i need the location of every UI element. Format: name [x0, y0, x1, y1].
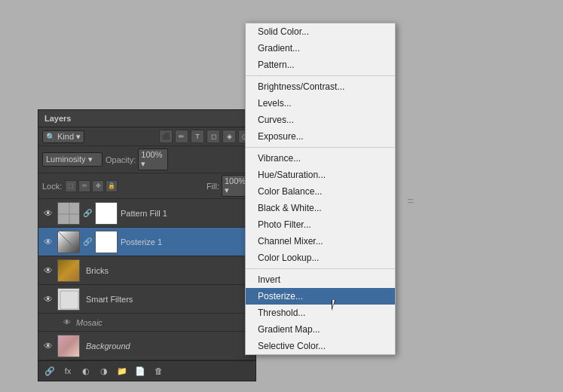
- link-layers-icon[interactable]: 🔗: [42, 363, 57, 378]
- shape-icon[interactable]: ◻: [207, 130, 220, 143]
- panel-toolbar: 🔍 Kind ▾ ⬛ ✏ T ◻ ◈ ◑: [38, 127, 255, 146]
- kind-label: Kind: [57, 132, 74, 141]
- visibility-icon[interactable]: 👁: [42, 207, 54, 219]
- brush-icon[interactable]: ✏: [175, 130, 188, 143]
- menu-item-posterize[interactable]: Posterize...: [246, 288, 395, 305]
- svg-rect-5: [58, 289, 80, 311]
- new-group-icon[interactable]: 📁: [115, 363, 130, 378]
- lock-transparent-icon[interactable]: ⬚: [65, 180, 77, 192]
- menu-item-color-lookup[interactable]: Color Lookup...: [246, 250, 395, 266]
- menu-item-invert[interactable]: Invert: [246, 271, 395, 288]
- kind-arrow: ▾: [76, 132, 81, 142]
- menu-item-levels[interactable]: Levels...: [246, 95, 395, 112]
- menu-item-vibrance[interactable]: Vibrance...: [246, 150, 395, 167]
- menu-item-gradient-map[interactable]: Gradient Map...: [246, 321, 395, 338]
- blend-mode-value: Luminosity: [46, 155, 86, 164]
- layer-thumbnail: [57, 259, 80, 282]
- blend-row: Luminosity ▾ Opacity: 100% ▾: [38, 146, 255, 173]
- fill-label: Fill:: [207, 182, 219, 191]
- menu-item-black-white[interactable]: Black & White...: [246, 200, 395, 216]
- lock-icons: ⬚ ✏ ✥ 🔒: [65, 180, 118, 192]
- panel-footer: 🔗 fx ◐ ◑ 📁 📄 🗑: [38, 360, 255, 381]
- layer-row[interactable]: 👁 Smart Filters: [38, 285, 255, 314]
- menu-separator-1: [246, 75, 395, 76]
- fill-arrow: ▾: [225, 185, 229, 194]
- layer-row[interactable]: 👁 🔗 Pattern Fill 1: [38, 199, 255, 228]
- layer-name: Bricks: [83, 266, 252, 275]
- layer-name: Background: [83, 341, 252, 351]
- lock-pixels-icon[interactable]: ✏: [78, 180, 90, 192]
- layer-row-selected[interactable]: 👁 🔗 Posterize 1: [38, 228, 255, 256]
- lock-all-icon[interactable]: 🔒: [106, 180, 118, 192]
- visibility-icon[interactable]: 👁: [42, 340, 54, 352]
- menu-item-brightness[interactable]: Brightness/Contrast...: [246, 78, 395, 95]
- layer-link-icon: 🔗: [83, 231, 92, 253]
- toolbar-icons: ⬛ ✏ T ◻ ◈ ◑: [159, 130, 252, 143]
- layer-row[interactable]: 👁 Background: [38, 332, 255, 360]
- panel-header: Layers: [38, 110, 255, 127]
- add-mask-icon[interactable]: ◐: [78, 363, 93, 378]
- opacity-label: Opacity:: [106, 155, 136, 164]
- blend-mode-dropdown[interactable]: Luminosity ▾: [42, 152, 103, 167]
- layer-name: Smart Filters: [83, 295, 252, 304]
- sub-layer-name: Mosaic: [76, 318, 103, 327]
- menu-item-gradient[interactable]: Gradient...: [246, 40, 395, 57]
- svg-line-4: [58, 231, 80, 253]
- visibility-icon[interactable]: 👁: [42, 293, 54, 305]
- layers-panel: Layers 🔍 Kind ▾ ⬛ ✏ T ◻ ◈ ◑ Luminosity ▾…: [38, 109, 256, 381]
- context-menu: Solid Color... Gradient... Pattern... Br…: [245, 23, 396, 355]
- search-icon: 🔍: [46, 133, 55, 141]
- menu-item-threshold[interactable]: Threshold...: [246, 305, 395, 321]
- layer-name: Pattern Fill 1: [121, 209, 252, 218]
- menu-item-curves[interactable]: Curves...: [246, 112, 395, 128]
- layer-thumbnail: [57, 202, 80, 225]
- layer-thumbnail: [57, 288, 80, 311]
- layer-row[interactable]: 👁 Bricks: [38, 256, 255, 285]
- layer-thumbnail: [57, 335, 80, 357]
- layer-link-icon: 🔗: [83, 202, 92, 225]
- new-layer-icon[interactable]: 📄: [133, 363, 148, 378]
- layer-mask-thumb: [95, 231, 118, 253]
- menu-item-photo-filter[interactable]: Photo Filter...: [246, 216, 395, 233]
- fx-icon[interactable]: fx: [60, 363, 75, 378]
- equals-sign: =: [407, 194, 414, 208]
- fill-value: 100%: [225, 176, 246, 185]
- panel-title: Layers: [44, 114, 71, 123]
- adjustment-layer-icon[interactable]: ◑: [96, 363, 112, 378]
- visibility-icon[interactable]: 👁: [42, 236, 54, 248]
- layer-thumbnail: [57, 231, 80, 253]
- type-icon[interactable]: T: [191, 130, 204, 143]
- opacity-value: 100%: [141, 150, 162, 159]
- menu-item-selective-color[interactable]: Selective Color...: [246, 338, 395, 354]
- menu-item-color-balance[interactable]: Color Balance...: [246, 183, 395, 200]
- layer-name: Posterize 1: [121, 237, 252, 247]
- opacity-arrow: ▾: [141, 159, 145, 168]
- menu-item-channel-mixer[interactable]: Channel Mixer...: [246, 233, 395, 250]
- opacity-row: Opacity: 100% ▾: [106, 149, 168, 170]
- opacity-input[interactable]: 100% ▾: [138, 149, 168, 170]
- fx-label: fx: [65, 366, 72, 375]
- menu-item-hue-saturation[interactable]: Hue/Saturation...: [246, 167, 395, 183]
- menu-separator-2: [246, 147, 395, 148]
- pixel-icon[interactable]: ⬛: [159, 130, 173, 143]
- layer-mask-thumb: [95, 202, 118, 225]
- menu-item-exposure[interactable]: Exposure...: [246, 128, 395, 145]
- sub-layer-row[interactable]: 👁 Mosaic: [38, 314, 255, 332]
- menu-item-pattern[interactable]: Pattern...: [246, 57, 395, 73]
- menu-separator-3: [246, 268, 395, 269]
- menu-item-solid-color[interactable]: Solid Color...: [246, 23, 395, 40]
- kind-dropdown[interactable]: 🔍 Kind ▾: [42, 130, 84, 143]
- lock-position-icon[interactable]: ✥: [92, 180, 104, 192]
- visibility-icon[interactable]: 👁: [42, 265, 54, 277]
- smart-icon[interactable]: ◈: [222, 130, 236, 143]
- lock-row: Lock: ⬚ ✏ ✥ 🔒 Fill: 100% ▾: [38, 173, 255, 199]
- layers-list: 👁 🔗 Pattern Fill 1 👁 🔗: [38, 199, 255, 360]
- sub-visibility-icon[interactable]: 👁: [61, 317, 73, 329]
- lock-label: Lock:: [42, 182, 62, 191]
- delete-layer-icon[interactable]: 🗑: [151, 363, 166, 378]
- blend-arrow: ▾: [88, 155, 93, 164]
